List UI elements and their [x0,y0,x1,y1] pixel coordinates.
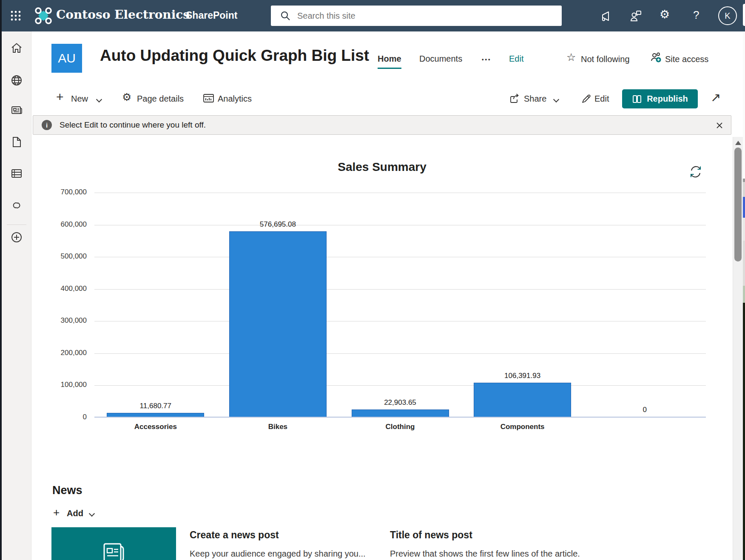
chart-title: Sales Summary [32,160,732,174]
search-box[interactable] [271,6,562,26]
site-access-button[interactable]: Site access [665,54,708,64]
y-axis-tick-label: 200,000 [37,349,87,357]
nav-edit-link[interactable]: Edit [509,54,523,64]
add-chevron-down-icon [89,511,95,517]
tab-home[interactable]: Home [378,54,401,64]
share-button[interactable]: Share [524,94,546,104]
republish-button[interactable]: Republish [622,89,698,108]
chart-plot: 11,680.77576,695.0822,903.65106,391.930 [94,193,706,418]
bar-value-label: 0 [583,406,706,414]
tab-documents[interactable]: Documents [419,54,462,64]
y-axis-tick-label: 600,000 [37,220,87,229]
site-logo[interactable]: AU [51,44,82,73]
refresh-icon[interactable] [688,164,703,179]
create-news-tile[interactable] [51,527,176,560]
x-axis-category-label: Components [461,423,584,431]
edge-fragment [743,218,745,241]
y-axis-tick-label: 0 [37,413,87,421]
gridline [94,353,706,354]
y-axis-tick-label: 500,000 [37,252,87,261]
republish-label: Republish [647,94,688,104]
site-title: Auto Updating Quick Graph Big List [100,47,369,65]
bar-value-label: 576,695.08 [217,220,339,229]
gridline [94,321,706,321]
news-card-preview: Preview that shows the first few lines o… [390,549,580,559]
share-icon [508,93,520,104]
expand-icon[interactable]: ↗ [711,90,721,105]
add-news-button[interactable]: Add [67,509,83,518]
list-icon[interactable] [10,167,23,180]
search-input[interactable] [296,11,562,21]
x-axis-category-label: Clothing [339,423,461,431]
news-icon[interactable] [10,104,23,117]
bar-value-label: 106,391.93 [461,372,584,380]
sidebar-divider [7,225,26,225]
contoso-logo-icon [34,6,53,25]
news-heading: News [52,484,82,497]
page-details-button[interactable]: Page details [137,94,184,104]
bar-accessories [107,413,204,417]
news-card-title[interactable]: Create a news post [190,529,279,541]
home-icon[interactable] [10,42,23,54]
gridline [94,385,706,386]
news-card-preview: Keep your audience engaged by sharing yo… [190,549,366,559]
account-avatar[interactable]: K [718,6,737,25]
bar-value-label: 11,680.77 [94,402,217,410]
add-plus-icon: + [53,506,60,519]
share-chevron-down-icon [553,97,559,102]
link-icon[interactable] [10,199,23,212]
edit-button[interactable]: Edit [594,94,609,104]
document-icon[interactable] [10,136,23,148]
globe-icon[interactable] [10,74,23,87]
edge-fragment [743,182,745,197]
follow-button[interactable]: Not following [581,54,630,64]
edge-fragment [743,179,745,182]
feedback-icon[interactable] [629,9,643,23]
edge-fragment [743,32,745,179]
active-tab-underline [378,68,401,69]
nav-more-icon[interactable]: ••• [482,56,492,63]
y-axis-tick-label: 300,000 [37,316,87,325]
page-details-gear-icon: ⚙ [122,91,131,103]
gridline [94,289,706,290]
star-icon: ☆ [566,51,576,63]
edge-fragment [743,286,745,303]
gridline [94,257,706,257]
info-icon: i [42,120,52,130]
edge-fragment [743,197,745,218]
bar-bikes [229,231,327,417]
analytics-button[interactable]: Analytics [218,94,252,104]
new-button[interactable]: New [71,94,88,104]
edge-fragment [743,241,745,286]
plus-icon: + [56,90,64,104]
megaphone-icon[interactable] [598,9,612,23]
gear-icon[interactable]: ⚙ [660,9,670,20]
add-circle-icon[interactable] [10,231,23,244]
close-icon[interactable] [715,121,724,130]
bar-clothing [352,409,449,417]
info-banner: i Select Edit to continue where you left… [33,115,731,135]
book-icon [632,94,642,104]
news-card-title[interactable]: Title of news post [390,529,472,541]
analytics-icon [203,93,214,104]
edge-fragment [743,4,745,26]
app-launcher-icon[interactable] [10,10,21,21]
y-axis-tick-label: 100,000 [37,381,87,389]
suite-bar: Contoso Electronics SharePoint ⚙ ? K [0,0,745,31]
bar-components [474,383,571,417]
y-axis-tick-label: 700,000 [37,188,87,196]
search-icon [280,11,290,21]
help-icon[interactable]: ? [693,9,699,20]
brand-name[interactable]: Contoso Electronics [56,8,190,22]
site-access-icon [650,51,663,64]
scrollbar-thumb[interactable] [734,148,742,262]
y-axis-tick-label: 400,000 [37,284,87,293]
sharepoint-label[interactable]: SharePoint [186,10,237,21]
bar-value-label: 22,903.65 [339,398,461,407]
new-chevron-down-icon [96,97,102,102]
edge-fragment [743,303,745,560]
x-axis-category-label: Bikes [217,423,339,431]
chart-x-axis [94,417,706,418]
scrollbar-up-arrow[interactable] [735,141,741,145]
banner-message: Select Edit to continue where you left o… [60,120,206,130]
